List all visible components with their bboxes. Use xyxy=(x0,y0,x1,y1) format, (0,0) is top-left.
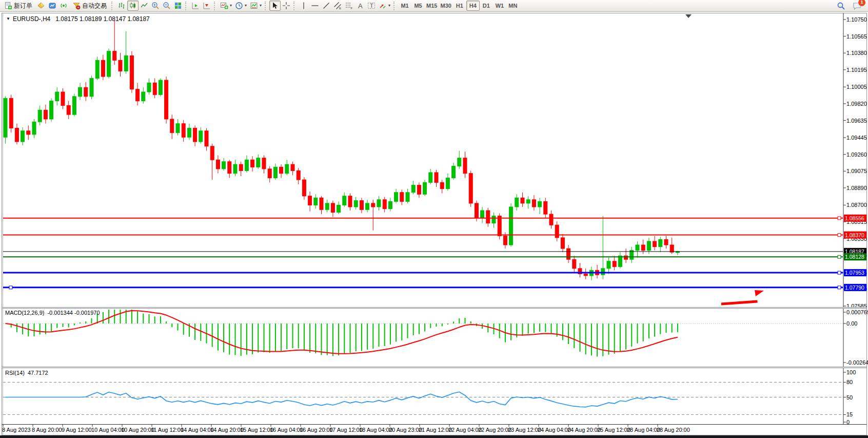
candle-body xyxy=(302,180,306,196)
rsi-name: RSI(14) xyxy=(5,370,25,376)
signals-button[interactable] xyxy=(58,1,69,11)
candle-body xyxy=(337,205,341,212)
candle-body xyxy=(348,196,352,207)
candle-body xyxy=(257,158,260,167)
line-handle[interactable] xyxy=(838,234,841,237)
search-button[interactable] xyxy=(835,1,847,11)
candle-body xyxy=(15,128,18,142)
line-handle[interactable] xyxy=(9,286,12,289)
timeframe-button-m5[interactable]: M5 xyxy=(411,1,425,11)
candle-body xyxy=(314,198,318,205)
templates-button[interactable]: ▾ xyxy=(248,1,263,11)
equidistant-channel-icon: E xyxy=(333,2,342,10)
time-tick-label: 28 Aug 20:00 xyxy=(657,427,690,433)
auto-scroll-button[interactable] xyxy=(190,1,201,11)
text-label-button[interactable]: T xyxy=(366,1,377,11)
time-tick-label: 24 Aug 04:00 xyxy=(538,427,571,433)
candle-body xyxy=(308,196,312,205)
timeframe-button-m15[interactable]: M15 xyxy=(425,1,439,11)
candle-body xyxy=(377,200,381,207)
timeframe-button-w1[interactable]: W1 xyxy=(493,1,506,11)
time-tick-label: 10 Aug 20:00 xyxy=(121,427,154,433)
indicators-button[interactable]: ▾ xyxy=(219,1,233,11)
periods-button[interactable]: ▾ xyxy=(233,1,248,11)
candle-body xyxy=(653,241,657,247)
candle-body xyxy=(153,83,156,94)
candle-body xyxy=(280,167,283,173)
price-tick-label: 1.10380 xyxy=(846,50,867,56)
time-tick-label: 14 Aug 04:00 xyxy=(181,427,214,433)
market-button[interactable] xyxy=(35,1,47,11)
timeframe-button-m1[interactable]: M1 xyxy=(398,1,411,11)
timeframe-button-h4[interactable]: H4 xyxy=(466,1,480,11)
candle-body xyxy=(561,238,564,249)
candle-body xyxy=(440,182,444,188)
crosshair-button[interactable] xyxy=(281,1,292,11)
line-handle[interactable] xyxy=(838,271,841,274)
zoom-out-button[interactable] xyxy=(161,1,172,11)
candle-body xyxy=(107,51,111,77)
arrows-button[interactable]: ▾ xyxy=(377,1,392,11)
timeframe-button-h1[interactable]: H1 xyxy=(453,1,466,11)
candle-body xyxy=(268,169,271,178)
text-label-icon: T xyxy=(367,2,376,10)
line-handle[interactable] xyxy=(838,286,841,289)
candlestick-chart-button[interactable] xyxy=(127,1,139,11)
chart-canvas[interactable]: 1.107501.105651.103801.101951.100051.098… xyxy=(0,0,868,438)
vertical-line-button[interactable] xyxy=(298,1,309,11)
line-price-label: 1.08556 xyxy=(845,215,864,221)
autotrading-button[interactable]: 自动交易 xyxy=(69,1,110,11)
timeframe-button-d1[interactable]: D1 xyxy=(480,1,493,11)
candle-body xyxy=(119,60,122,71)
candle-body xyxy=(452,166,456,178)
bar-chart-button[interactable] xyxy=(116,1,127,11)
market-icon xyxy=(37,2,45,10)
line-handle[interactable] xyxy=(838,255,841,258)
line-handle[interactable] xyxy=(838,217,841,220)
equidistant-channel-button[interactable]: E xyxy=(332,1,343,11)
new-order-button[interactable]: 新订单 xyxy=(1,1,35,11)
candle-body xyxy=(641,245,645,251)
chart-shift-button[interactable] xyxy=(201,1,212,11)
horizontal-line-button[interactable] xyxy=(309,1,321,11)
macd-axis-label: 0.000769 xyxy=(846,309,868,315)
auto-scroll-icon xyxy=(191,2,200,10)
price-tick-label: 1.10750 xyxy=(846,16,867,23)
zoom-in-icon xyxy=(151,2,160,10)
fibonacci-button[interactable]: F xyxy=(343,1,354,11)
candle-body xyxy=(607,261,610,269)
price-tick-label: 1.09260 xyxy=(846,151,867,158)
time-tick-label: 18 Aug 04:00 xyxy=(359,427,392,433)
time-tick-label: 22 Aug 04:00 xyxy=(448,427,482,433)
cursor-button[interactable] xyxy=(269,1,281,11)
candle-body xyxy=(222,162,226,169)
candle-body xyxy=(228,162,231,174)
candle-body xyxy=(544,201,547,214)
profile-button[interactable] xyxy=(47,1,58,11)
candle-body xyxy=(509,207,513,245)
chart-shift-icon xyxy=(203,2,211,10)
chevron-down-icon: ▾ xyxy=(230,4,232,8)
price-tick-label: 1.10005 xyxy=(846,84,867,90)
text-button[interactable]: A xyxy=(354,1,366,11)
time-tick-label: 15 Aug 12:00 xyxy=(240,427,273,433)
line-chart-button[interactable] xyxy=(139,1,150,11)
channel-letter: E xyxy=(339,7,341,10)
candle-body xyxy=(532,200,536,207)
notifications-button[interactable]: 1 xyxy=(851,1,863,11)
candle-body xyxy=(492,216,496,223)
timeframe-button-m30[interactable]: M30 xyxy=(439,1,452,11)
tile-windows-button[interactable] xyxy=(172,1,184,11)
rsi-axis-label: 50 xyxy=(846,394,853,401)
candle-body xyxy=(233,164,237,174)
candle-body xyxy=(360,201,363,210)
signals-icon xyxy=(60,2,68,10)
toolbar-grip xyxy=(293,2,296,10)
price-tick-label: 1.10195 xyxy=(846,67,867,73)
trendline-button[interactable] xyxy=(321,1,332,11)
zoom-in-button[interactable] xyxy=(150,1,161,11)
candle-body xyxy=(411,185,415,193)
candle-body xyxy=(417,185,421,195)
symbol-dropdown-icon[interactable]: ▼ xyxy=(6,16,10,21)
timeframe-button-mn[interactable]: MN xyxy=(506,1,520,11)
